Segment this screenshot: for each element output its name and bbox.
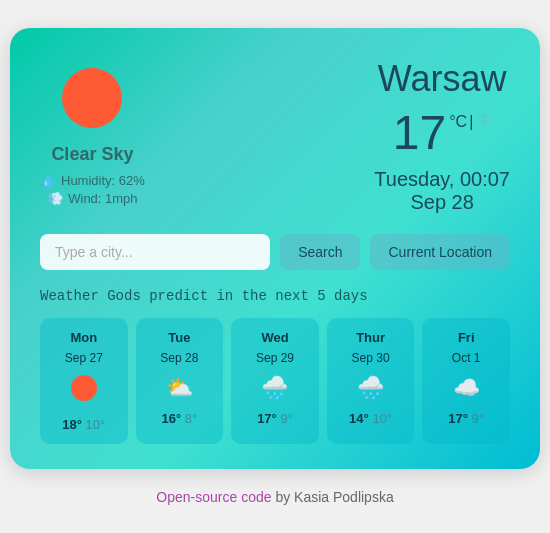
forecast-weather-icon: 🌧️ (357, 375, 384, 401)
forecast-temps: 17° 9° (448, 411, 484, 426)
fahrenheit-unit: °F (475, 113, 491, 131)
sun-icon (62, 68, 122, 128)
forecast-temps: 14° 10° (349, 411, 392, 426)
humidity-icon: 💧 (40, 173, 56, 188)
city-name: Warsaw (374, 58, 510, 100)
open-source-link[interactable]: Open-source code (156, 489, 271, 505)
forecast-grid: Mon Sep 27 18° 10° Tue Sep 28 ⛅ 16° 8° W… (40, 318, 510, 444)
forecast-weather-icon (71, 375, 97, 407)
forecast-low: 9° (280, 411, 292, 426)
forecast-high: 18° (62, 417, 82, 432)
humidity-row: 💧 Humidity: 62% (40, 173, 145, 188)
forecast-weather-icon: ☁️ (453, 375, 480, 401)
forecast-low: 8° (185, 411, 197, 426)
forecast-day-date: Oct 1 (452, 351, 481, 365)
forecast-day-date: Sep 28 (160, 351, 198, 365)
temperature-value: 17 (393, 105, 446, 160)
celsius-unit: °C (449, 113, 467, 131)
search-input[interactable] (40, 234, 270, 270)
forecast-low: 9° (472, 411, 484, 426)
forecast-low: 10° (372, 411, 392, 426)
search-button[interactable]: Search (280, 234, 360, 270)
date-display: Sep 28 (374, 191, 510, 214)
wind-icon: 💨 (47, 191, 63, 206)
forecast-day-name: Mon (70, 330, 97, 345)
search-row: Search Current Location (40, 234, 510, 270)
temp-unit-container: °C | °F (449, 113, 491, 131)
datetime-display: Tuesday, 00:07 (374, 168, 510, 191)
left-panel: Clear Sky 💧 Humidity: 62% 💨 Wind: 1mph (40, 58, 145, 209)
right-panel: Warsaw 17 °C | °F Tuesday, 00:07 Sep 28 (374, 58, 510, 214)
condition-label: Clear Sky (51, 144, 133, 165)
forecast-day-date: Sep 30 (352, 351, 390, 365)
wind-row: 💨 Wind: 1mph (47, 191, 137, 206)
forecast-temps: 16° 8° (162, 411, 198, 426)
forecast-day-name: Tue (168, 330, 190, 345)
forecast-day-name: Thur (356, 330, 385, 345)
app-container: Clear Sky 💧 Humidity: 62% 💨 Wind: 1mph W… (10, 28, 540, 469)
forecast-temps: 17° 9° (257, 411, 293, 426)
unit-separator: | (469, 113, 473, 131)
forecast-high: 17° (448, 411, 468, 426)
footer-by: by Kasia Podlipska (275, 489, 393, 505)
forecast-high: 16° (162, 411, 182, 426)
forecast-high: 14° (349, 411, 369, 426)
current-location-button[interactable]: Current Location (370, 234, 510, 270)
forecast-card: Thur Sep 30 🌧️ 14° 10° (327, 318, 415, 444)
forecast-temps: 18° 10° (62, 417, 105, 432)
footer: Open-source code by Kasia Podlipska (156, 489, 393, 505)
forecast-day-date: Sep 29 (256, 351, 294, 365)
main-weather-section: Clear Sky 💧 Humidity: 62% 💨 Wind: 1mph W… (40, 58, 510, 214)
temperature-row: 17 °C | °F (374, 105, 510, 160)
wind-value: Wind: 1mph (68, 191, 137, 206)
forecast-weather-icon: ⛅ (166, 375, 193, 401)
forecast-day-date: Sep 27 (65, 351, 103, 365)
forecast-weather-icon: 🌧️ (261, 375, 288, 401)
forecast-day-name: Wed (261, 330, 288, 345)
forecast-title: Weather Gods predict in the next 5 days (40, 288, 510, 304)
forecast-card: Fri Oct 1 ☁️ 17° 9° (422, 318, 510, 444)
forecast-high: 17° (257, 411, 277, 426)
humidity-value: Humidity: 62% (61, 173, 145, 188)
forecast-card: Tue Sep 28 ⛅ 16° 8° (136, 318, 224, 444)
forecast-card: Wed Sep 29 🌧️ 17° 9° (231, 318, 319, 444)
forecast-day-name: Fri (458, 330, 475, 345)
forecast-card: Mon Sep 27 18° 10° (40, 318, 128, 444)
forecast-low: 10° (86, 417, 106, 432)
